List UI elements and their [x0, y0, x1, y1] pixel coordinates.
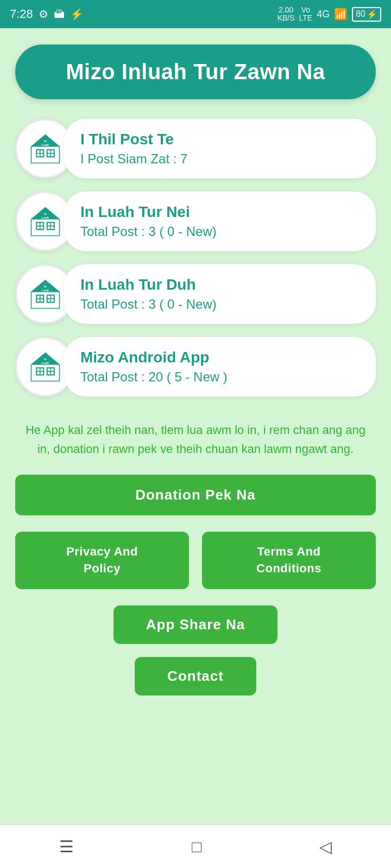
menu-card-1[interactable]: I Thil Post Te I Post Siam Zat : 7	[64, 119, 376, 178]
volte-indicator: VoLTE	[299, 6, 313, 23]
speed-indicator: 2.00KB/S	[278, 6, 295, 23]
menu-card-title-3: In Luah Tur Duh	[80, 276, 360, 293]
wifi-icon: 📶	[334, 8, 348, 21]
notification-icon: 🏔	[54, 8, 65, 21]
svg-text:In: In	[43, 358, 47, 361]
svg-text:Tur: Tur	[43, 146, 48, 150]
menu-card-title-2: In Luah Tur Nei	[80, 203, 360, 221]
status-right: 2.00KB/S VoLTE 4G 📶 80 ⚡	[278, 6, 381, 23]
bottom-navigation: ☰ □ ◁	[0, 825, 391, 868]
house-svg-3: In Luah Tur	[28, 277, 63, 312]
time: 7:28	[10, 7, 33, 21]
header-banner: Mizo Inluah Tur Zawn Na	[15, 44, 376, 99]
battery-bolt: ⚡	[367, 9, 377, 20]
menu-nav-icon[interactable]: ☰	[59, 837, 74, 856]
menu-item-luah-nei[interactable]: In Luah Tur In Luah Tur Nei Total Post :…	[15, 192, 376, 251]
svg-text:Luah: Luah	[41, 215, 49, 219]
svg-text:Tur: Tur	[43, 292, 48, 295]
terms-conditions-button[interactable]: Terms AndConditions	[202, 532, 376, 589]
svg-text:In: In	[43, 212, 47, 215]
svg-text:In: In	[43, 285, 47, 288]
settings-icon: ⚙	[39, 8, 48, 21]
menu-item-android-app[interactable]: In Luah Tur Mizo Android App Total Post …	[15, 337, 376, 397]
donation-description: He App kal zel theih nan, tlem lua awm l…	[15, 420, 376, 458]
contact-button[interactable]: Contact	[135, 657, 256, 695]
menu-card-2[interactable]: In Luah Tur Nei Total Post : 3 ( 0 - New…	[64, 192, 376, 251]
menu-card-title-4: Mizo Android App	[80, 349, 360, 366]
menu-card-subtitle-2: Total Post : 3 ( 0 - New)	[80, 224, 360, 239]
house-svg-4: In Luah Tur	[28, 349, 63, 385]
usb-icon: ⚡	[70, 8, 84, 21]
privacy-policy-button[interactable]: Privacy AndPolicy	[15, 532, 189, 589]
menu-card-4[interactable]: Mizo Android App Total Post : 20 ( 5 - N…	[64, 337, 376, 397]
menu-item-posts[interactable]: In Luah Tur I Thil Post Te I Post Siam Z…	[15, 119, 376, 178]
menu-card-subtitle-3: Total Post : 3 ( 0 - New)	[80, 297, 360, 312]
svg-text:Luah: Luah	[41, 143, 49, 146]
donation-button[interactable]: Donation Pek Na	[15, 475, 376, 515]
svg-text:Tur: Tur	[43, 365, 48, 368]
main-content: Mizo Inluah Tur Zawn Na In Luah Tur I Th…	[0, 28, 391, 825]
app-title: Mizo Inluah Tur Zawn Na	[26, 60, 365, 84]
battery-indicator: 80 ⚡	[352, 7, 381, 22]
status-left: 7:28 ⚙ 🏔 ⚡	[10, 7, 84, 21]
svg-text:In: In	[43, 139, 47, 143]
menu-card-3[interactable]: In Luah Tur Duh Total Post : 3 ( 0 - New…	[64, 264, 376, 324]
menu-card-subtitle-4: Total Post : 20 ( 5 - New )	[80, 369, 360, 385]
app-share-button[interactable]: App Share Na	[113, 605, 278, 644]
back-nav-icon[interactable]: ◁	[319, 837, 332, 856]
menu-card-title-1: I Thil Post Te	[80, 131, 360, 148]
policy-buttons-row: Privacy AndPolicy Terms AndConditions	[15, 532, 376, 589]
house-svg-1: In Luah Tur	[28, 131, 63, 167]
menu-item-luah-duh[interactable]: In Luah Tur In Luah Tur Duh Total Post :…	[15, 264, 376, 324]
menu-card-subtitle-1: I Post Siam Zat : 7	[80, 151, 360, 167]
svg-text:Luah: Luah	[41, 361, 49, 364]
house-svg-2: In Luah Tur	[28, 204, 63, 239]
svg-text:Tur: Tur	[43, 219, 48, 222]
home-nav-icon[interactable]: □	[192, 838, 201, 856]
signal-indicator: 4G	[317, 9, 330, 20]
battery-level: 80	[356, 9, 365, 19]
status-bar: 7:28 ⚙ 🏔 ⚡ 2.00KB/S VoLTE 4G 📶 80 ⚡	[0, 0, 391, 28]
svg-text:Luah: Luah	[41, 288, 49, 291]
